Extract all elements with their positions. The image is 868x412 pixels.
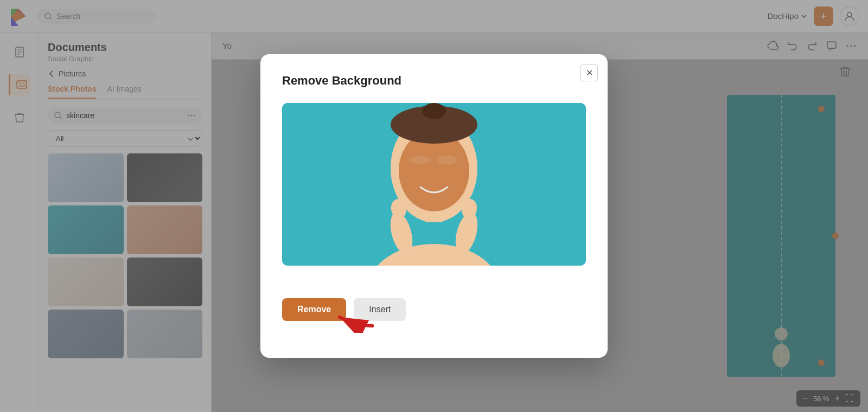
modal-image-preview [282, 103, 586, 266]
svg-point-37 [438, 156, 457, 164]
preview-image [282, 103, 586, 266]
remove-background-modal: Remove Background ✕ [260, 54, 608, 358]
modal-title: Remove Background [282, 74, 586, 88]
svg-point-36 [411, 156, 430, 164]
svg-point-40 [422, 103, 446, 119]
modal-buttons: Remove Insert [282, 298, 586, 321]
arrow-pointer [331, 306, 374, 333]
modal-overlay: Remove Background ✕ [0, 0, 868, 412]
modal-close-button[interactable]: ✕ [580, 64, 598, 81]
